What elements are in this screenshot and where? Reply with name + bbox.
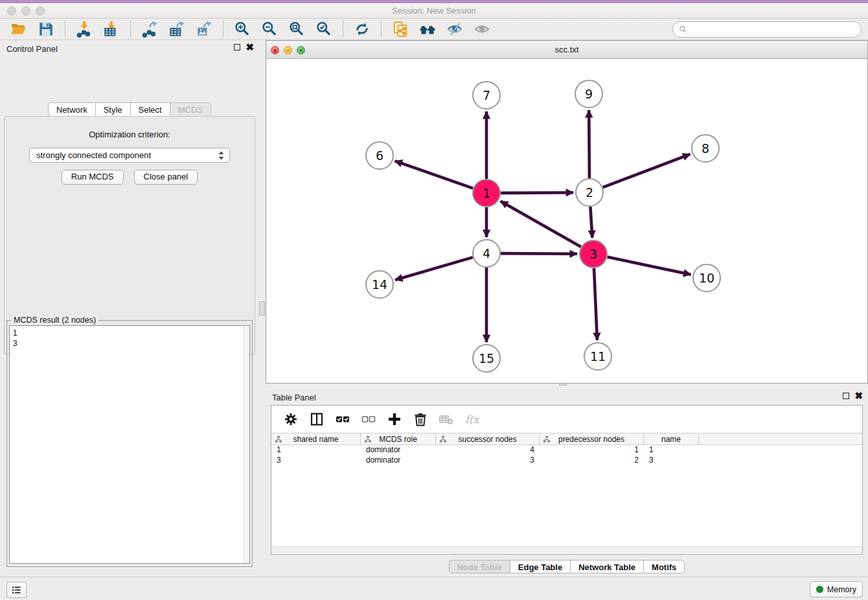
memory-button[interactable]: Memory — [810, 581, 863, 597]
window-titlebar[interactable]: Session: New Session — [0, 3, 868, 19]
select-all-icon — [335, 411, 350, 427]
export-table-icon[interactable] — [167, 20, 187, 38]
export-image-icon[interactable] — [194, 20, 214, 38]
table-cell[interactable]: dominator — [361, 456, 436, 466]
zoom-out-icon[interactable] — [260, 20, 279, 38]
float-panel-icon[interactable] — [234, 44, 240, 51]
show-panels-button[interactable] — [6, 582, 27, 598]
zoom-fit-icon[interactable] — [287, 20, 306, 38]
deselect-all-icon[interactable] — [359, 410, 378, 428]
splitter-grip[interactable] — [259, 301, 265, 316]
tab-network-table[interactable]: Network Table — [570, 560, 643, 573]
float-panel-icon[interactable] — [843, 393, 849, 399]
node-7[interactable]: 7 — [473, 82, 500, 109]
application-window: Session: New Session Control Panel ✖ Net… — [0, 0, 868, 600]
close-panel-button[interactable]: Close panel — [134, 170, 198, 185]
edge-3-10[interactable] — [608, 257, 691, 275]
refresh-icon[interactable] — [352, 20, 372, 38]
table-cell[interactable]: 1 — [271, 445, 361, 456]
node-4[interactable]: 4 — [473, 240, 500, 267]
select-all-icon[interactable] — [333, 410, 352, 428]
table-cell[interactable]: 3 — [436, 456, 540, 466]
columns-icon[interactable] — [307, 410, 326, 428]
node-6[interactable]: 6 — [366, 142, 393, 169]
node-3[interactable]: 3 — [580, 240, 607, 268]
table-cell[interactable]: 1 — [540, 445, 644, 456]
hide-graphics-details-icon — [446, 21, 463, 38]
window-title: Session: New Session — [0, 6, 868, 16]
node-label: 10 — [699, 271, 714, 285]
delete-icon[interactable] — [411, 410, 430, 428]
node-2[interactable]: 2 — [576, 179, 603, 206]
import-table-icon[interactable] — [102, 20, 121, 38]
mcds-result-scrollbar[interactable] — [244, 326, 249, 563]
table-cell[interactable]: 2 — [540, 456, 644, 466]
tab-select[interactable]: Select — [130, 102, 170, 117]
edge-4-3[interactable] — [501, 253, 577, 254]
horizontal-splitter[interactable] — [266, 384, 868, 389]
node-1[interactable]: 1 — [473, 179, 500, 207]
tab-node-table[interactable]: Node Table — [449, 560, 510, 573]
add-icon[interactable] — [385, 410, 404, 428]
column-header-name[interactable]: name — [644, 433, 699, 444]
duplicate-network-icon[interactable] — [391, 20, 410, 38]
toolbar-separator — [130, 21, 131, 38]
edge-2-8[interactable] — [603, 154, 691, 187]
network-graph[interactable]: 7968124314101511 — [266, 59, 867, 383]
sort-hierarchy-icon — [543, 435, 551, 443]
table-cell[interactable]: 3 — [644, 456, 699, 466]
hide-graphics-details-icon[interactable] — [445, 20, 464, 38]
table-row[interactable]: 1dominator411 — [271, 445, 862, 456]
open-session-icon[interactable] — [9, 20, 29, 38]
search-box[interactable] — [672, 21, 862, 38]
edge-2-3[interactable] — [590, 207, 592, 238]
table-hscrollbar[interactable] — [272, 546, 862, 553]
eye-disabled-icon — [472, 20, 492, 38]
edge-3-11[interactable] — [594, 268, 597, 340]
search-input[interactable] — [691, 25, 856, 34]
tab-mcds[interactable]: MCDS — [170, 102, 211, 117]
close-panel-icon[interactable]: ✖ — [854, 393, 863, 399]
vertical-splitter[interactable] — [259, 40, 266, 577]
table-cell[interactable]: 1 — [644, 445, 699, 456]
table-row[interactable]: 3dominator323 — [271, 456, 862, 466]
run-mcds-button[interactable]: Run MCDS — [62, 170, 124, 185]
network-canvas[interactable]: 7968124314101511 — [266, 59, 867, 383]
tab-network[interactable]: Network — [48, 102, 95, 117]
zoom-in-icon[interactable] — [233, 20, 252, 38]
gear-icon[interactable] — [281, 410, 301, 428]
duplicate-network-icon — [392, 21, 409, 38]
zoom-selected-icon[interactable] — [314, 20, 334, 38]
node-10[interactable]: 10 — [693, 264, 720, 292]
close-panel-icon[interactable]: ✖ — [246, 44, 254, 51]
table-cell[interactable]: 4 — [436, 445, 540, 456]
table-cell[interactable]: 3 — [271, 456, 361, 466]
tab-style[interactable]: Style — [95, 102, 130, 117]
network-window-titlebar[interactable]: x − + scc.txt — [266, 41, 867, 59]
tab-motifs[interactable]: Motifs — [643, 560, 685, 573]
column-header-shared-name[interactable]: shared name — [271, 433, 361, 444]
node-label: 2 — [586, 185, 593, 200]
edge-3-1[interactable] — [501, 201, 581, 247]
node-15[interactable]: 15 — [473, 345, 500, 372]
import-network-icon[interactable] — [74, 20, 94, 38]
optimization-criterion-select[interactable]: strongly connected component — [29, 148, 230, 163]
save-session-icon[interactable] — [36, 20, 56, 38]
column-header-predecessor-nodes[interactable]: predecessor nodes — [540, 433, 644, 444]
home-icon[interactable] — [418, 20, 437, 38]
node-14[interactable]: 14 — [366, 271, 393, 298]
tab-edge-table[interactable]: Edge Table — [510, 560, 570, 573]
edge-2-9[interactable] — [589, 110, 589, 178]
edge-1-6[interactable] — [395, 161, 474, 188]
edge-4-14[interactable] — [395, 257, 473, 280]
mcds-result-text[interactable]: 1 3 — [9, 325, 250, 564]
node-11[interactable]: 11 — [584, 343, 611, 370]
edge-1-2[interactable] — [501, 192, 573, 193]
column-header-successor-nodes[interactable]: successor nodes — [436, 433, 540, 444]
table-cell[interactable]: dominator — [361, 445, 436, 456]
node-9[interactable]: 9 — [575, 80, 602, 108]
export-network-icon[interactable] — [140, 20, 159, 38]
node-8[interactable]: 8 — [692, 135, 719, 162]
column-header-MCDS-role[interactable]: MCDS role — [361, 433, 436, 444]
column-label: successor nodes — [458, 435, 516, 444]
